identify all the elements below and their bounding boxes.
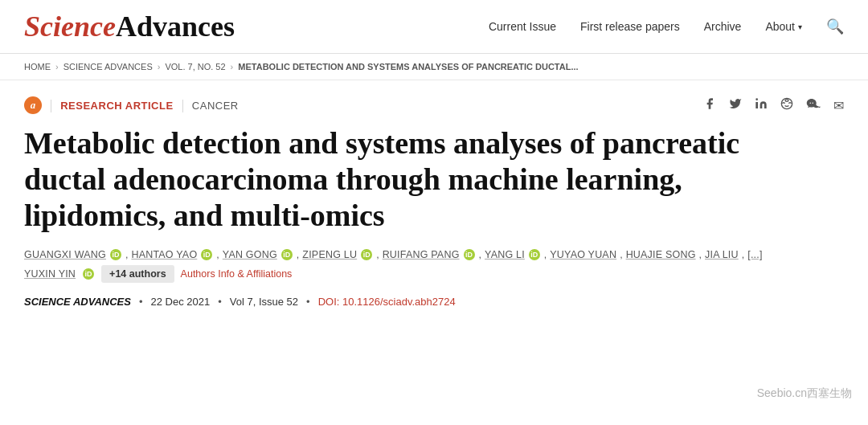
orcid-icon-guangxi[interactable]: iD (110, 249, 121, 260)
pub-vol: Vol 7, Issue 52 (230, 296, 298, 308)
article-title: Metabolic detection and systems analyses… (24, 125, 747, 233)
nav-current-issue[interactable]: Current Issue (489, 20, 556, 33)
meta-divider: | (50, 98, 52, 112)
authors-row-2: YUXIN YIN iD +14 authors Authors Info & … (24, 265, 844, 283)
meta-divider-2: | (182, 98, 184, 112)
authors-info-link[interactable]: Authors Info & Affiliations (181, 268, 293, 280)
author-sep-6: , (544, 249, 547, 260)
breadcrumb-sep-3: › (231, 62, 234, 72)
linkedin-icon[interactable] (755, 97, 768, 113)
article-main: a | RESEARCH ARTICLE | CANCER ✉ (0, 80, 868, 316)
breadcrumb-home[interactable]: HOME (24, 62, 51, 72)
author-ellipsis: [...] (747, 249, 762, 260)
pub-meta: SCIENCE ADVANCES • 22 Dec 2021 • Vol 7, … (24, 296, 844, 308)
author-sep-1: , (125, 249, 128, 260)
article-meta-left: a | RESEARCH ARTICLE | CANCER (24, 96, 239, 114)
article-meta-row: a | RESEARCH ARTICLE | CANCER ✉ (24, 96, 844, 114)
author-jia-liu[interactable]: JIA LIU (705, 249, 739, 260)
nav-archive[interactable]: Archive (704, 20, 742, 33)
breadcrumb-sep-2: › (158, 62, 161, 72)
logo-science[interactable]: Science (24, 10, 116, 43)
wechat-icon[interactable] (806, 97, 821, 113)
author-sep-9: , (742, 249, 744, 260)
svg-point-0 (755, 98, 758, 100)
breadcrumb-sep-1: › (55, 62, 59, 72)
author-sep-2: , (216, 249, 219, 260)
orcid-icon-yan[interactable]: iD (281, 249, 293, 260)
author-yan-gong[interactable]: YAN GONG (223, 249, 277, 260)
nav-about-label: About (765, 20, 795, 33)
pub-doi[interactable]: DOI: 10.1126/sciadv.abh2724 (318, 296, 456, 308)
pub-dot-3: • (306, 296, 310, 308)
author-guangxi-wang[interactable]: GUANGXI WANG (24, 249, 106, 260)
orcid-icon-zipeng[interactable]: iD (361, 249, 372, 260)
breadcrumb: HOME › SCIENCE ADVANCES › VOL. 7, NO. 52… (0, 54, 868, 80)
nav-about[interactable]: About ▾ (765, 20, 802, 33)
site-logo: ScienceAdvances (24, 10, 235, 43)
reddit-icon[interactable] (780, 97, 793, 113)
orcid-icon-yuxin[interactable]: iD (83, 268, 94, 280)
author-ruifang-pang[interactable]: RUIFANG PANG (383, 249, 460, 260)
pub-doi-link[interactable]: DOI: 10.1126/sciadv.abh2724 (318, 296, 456, 308)
orcid-icon-hantao[interactable]: iD (201, 249, 212, 260)
author-yuxin-yin[interactable]: YUXIN YIN (24, 268, 76, 280)
orcid-icon-ruifang[interactable]: iD (464, 249, 475, 260)
breadcrumb-article: METABOLIC DETECTION AND SYSTEMS ANALYSES… (238, 62, 578, 72)
open-access-icon: a (24, 96, 42, 114)
article-type: RESEARCH ARTICLE (60, 100, 173, 112)
pub-journal: SCIENCE ADVANCES (24, 296, 131, 308)
author-sep-5: , (479, 249, 481, 260)
search-icon[interactable]: 🔍 (826, 18, 844, 35)
author-yang-li[interactable]: YANG LI (485, 249, 525, 260)
author-sep-4: , (376, 249, 379, 260)
chevron-down-icon: ▾ (798, 22, 802, 31)
breadcrumb-journal[interactable]: SCIENCE ADVANCES (63, 62, 153, 72)
email-icon[interactable]: ✉ (833, 98, 844, 113)
author-sep-8: , (699, 249, 702, 260)
logo-advances[interactable]: Advances (116, 10, 235, 43)
more-authors-button[interactable]: +14 authors (101, 265, 174, 283)
author-zipeng-lu[interactable]: ZIPENG LU (302, 249, 357, 260)
nav-first-release[interactable]: First release papers (580, 20, 680, 33)
author-sep-7: , (620, 249, 622, 260)
author-hantao-yao[interactable]: HANTAO YAO (131, 249, 197, 260)
pub-dot-2: • (218, 296, 222, 308)
main-nav: Current Issue First release papers Archi… (489, 18, 844, 35)
authors-row-1: GUANGXI WANG iD , HANTAO YAO iD , YAN GO… (24, 249, 844, 260)
breadcrumb-volume[interactable]: VOL. 7, NO. 52 (165, 62, 225, 72)
watermark: Seebio.cn西塞生物 (757, 386, 852, 401)
pub-date: 22 Dec 2021 (150, 296, 210, 308)
facebook-icon[interactable] (703, 97, 716, 113)
author-sep-3: , (297, 249, 299, 260)
site-header: ScienceAdvances Current Issue First rele… (0, 0, 868, 54)
orcid-icon-yang-li[interactable]: iD (529, 249, 540, 260)
twitter-icon[interactable] (729, 97, 742, 113)
pub-dot-1: • (139, 296, 143, 308)
author-huajie-song[interactable]: HUAJIE SONG (626, 249, 696, 260)
article-category: CANCER (192, 100, 239, 112)
author-yuyao-yuan[interactable]: YUYAO YUAN (550, 249, 616, 260)
social-icons: ✉ (703, 97, 844, 113)
